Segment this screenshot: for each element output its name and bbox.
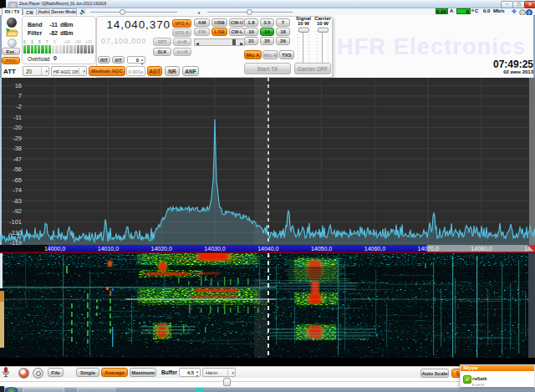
svg-text:14010,0: 14010,0 — [98, 246, 119, 252]
svg-text:-65: -65 — [13, 176, 22, 184]
svg-text:-29: -29 — [13, 135, 22, 142]
svg-text:-47: -47 — [13, 155, 22, 163]
svg-text:14020,0: 14020,0 — [151, 246, 172, 252]
svg-text:14070,0: 14070,0 — [418, 246, 439, 252]
svg-text:-119: -119 — [10, 239, 22, 245]
svg-text:-56: -56 — [13, 165, 22, 173]
svg-text:-38: -38 — [13, 145, 22, 152]
svg-text:14030,0: 14030,0 — [204, 246, 225, 252]
svg-text:-101: -101 — [9, 218, 22, 226]
svg-text:-110: -110 — [10, 229, 22, 237]
svg-text:-20: -20 — [13, 124, 22, 131]
svg-text:16: 16 — [15, 82, 22, 89]
svg-text:14050,0: 14050,0 — [311, 246, 332, 252]
svg-text:14000,0: 14000,0 — [44, 246, 65, 252]
svg-text:-2: -2 — [16, 103, 22, 110]
svg-text:14080,0: 14080,0 — [471, 246, 492, 252]
svg-text:-83: -83 — [13, 197, 22, 205]
svg-text:14040,0: 14040,0 — [257, 246, 278, 252]
svg-text:-74: -74 — [13, 186, 22, 194]
svg-text:-11: -11 — [13, 114, 22, 121]
svg-text:14060,0: 14060,0 — [364, 246, 385, 252]
svg-text:-92: -92 — [13, 207, 22, 215]
svg-text:7: 7 — [18, 92, 22, 99]
